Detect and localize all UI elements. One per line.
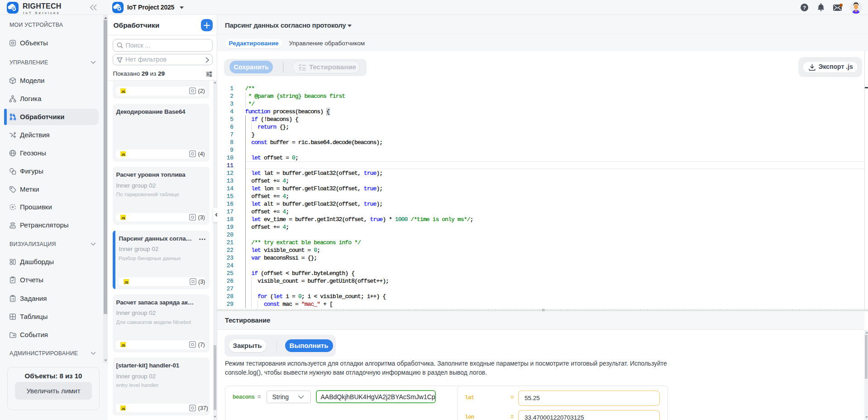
svg-text:?: ? [803, 5, 806, 10]
